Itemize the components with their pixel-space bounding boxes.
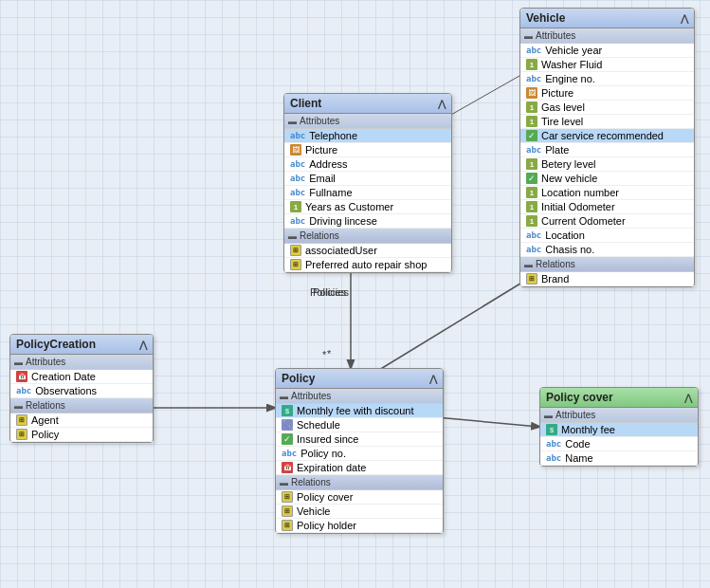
icon-num: 1 bbox=[526, 187, 537, 198]
icon-num: 1 bbox=[526, 201, 537, 212]
policy-attrs-header: ▬ Attributes bbox=[276, 389, 443, 404]
client-attr-0: abcTelephone bbox=[284, 129, 451, 143]
icon-check: ✓ bbox=[526, 173, 537, 184]
client-attrs-icon: ▬ bbox=[288, 117, 297, 126]
client-attrs-header: ▬ Attributes bbox=[284, 114, 451, 129]
policy-attr-3: abcPolicy no. bbox=[276, 447, 443, 461]
vehicle-attr-4: 1Gas level bbox=[520, 101, 694, 115]
icon-rel: ⊞ bbox=[290, 259, 301, 270]
policy-cover-attrs-label: Attributes bbox=[555, 410, 595, 420]
icon-abc: abc bbox=[290, 131, 305, 140]
vehicle-attr-1: 1Washer Fluid bbox=[520, 58, 694, 72]
vehicle-attr-11: 1Initial Odometer bbox=[520, 200, 694, 214]
policy-rel-1: ⊞Vehicle bbox=[276, 505, 443, 519]
vehicle-collapse[interactable]: ⋀ bbox=[681, 13, 688, 24]
policy-rels-header: ▬ Relations bbox=[276, 475, 443, 490]
icon-abc: abc bbox=[546, 439, 561, 449]
policy-creation-header: PolicyCreation ⋀ bbox=[10, 335, 153, 355]
icon-check: ✓ bbox=[526, 130, 537, 141]
policy-attr-2: ✓Insured since bbox=[276, 432, 443, 447]
policy-entity: Policy ⋀ ▬ Attributes $Monthly fee with … bbox=[275, 368, 444, 534]
policy-cover-attr-2: abcName bbox=[540, 451, 698, 466]
policy-rels-icon: ▬ bbox=[280, 478, 288, 487]
vehicle-rel-0: ⊞Brand bbox=[520, 272, 694, 286]
policy-creation-attrs-header: ▬ Attributes bbox=[10, 355, 153, 370]
policy-rel-2: ⊞Policy holder bbox=[276, 519, 443, 533]
policy-creation-rels-header: ▬ Relations bbox=[10, 398, 153, 413]
icon-abc: abc bbox=[526, 145, 541, 155]
policy-cover-attr-0: $Monthly fee bbox=[540, 423, 698, 437]
policy-creation-attrs-label: Attributes bbox=[26, 357, 65, 367]
vehicle-attr-14: abcChasis no. bbox=[520, 243, 694, 257]
icon-rel: ⊞ bbox=[526, 273, 537, 285]
icon-abc: abc bbox=[546, 453, 561, 463]
client-rel-1: ⊞Preferred auto repair shop bbox=[284, 258, 451, 272]
icon-rel: ⊞ bbox=[290, 245, 301, 256]
client-rels-label: Relations bbox=[300, 230, 339, 241]
star-label: * bbox=[322, 349, 326, 360]
icon-abc: abc bbox=[526, 74, 541, 83]
policy-collapse[interactable]: ⋀ bbox=[429, 374, 437, 384]
policy-creation-entity: PolicyCreation ⋀ ▬ Attributes 📅Creation … bbox=[9, 334, 154, 443]
policy-rel-0: ⊞Policy cover bbox=[276, 490, 443, 505]
client-rel-0: ⊞associatedUser bbox=[284, 244, 451, 258]
icon-num: 1 bbox=[526, 101, 537, 113]
star-connection-label: * bbox=[327, 348, 331, 359]
icon-rel: ⊞ bbox=[282, 491, 293, 503]
policy-creation-title: PolicyCreation bbox=[16, 338, 96, 351]
vehicle-rels-icon: ▬ bbox=[524, 260, 533, 269]
client-attr-4: abcFullname bbox=[284, 186, 451, 200]
vehicle-attrs-header: ▬ Attributes bbox=[520, 28, 694, 44]
icon-abc: abc bbox=[290, 216, 305, 226]
client-header: Client ⋀ bbox=[284, 94, 451, 114]
icon-rel: ⊞ bbox=[282, 520, 293, 531]
client-attr-3: abcEmail bbox=[284, 172, 451, 186]
vehicle-attr-0: abcVehicle year bbox=[520, 44, 694, 58]
vehicle-rels-header: ▬ Relations bbox=[520, 257, 694, 272]
client-rels-icon: ▬ bbox=[288, 231, 297, 241]
icon-date: 📅 bbox=[282, 462, 293, 473]
policy-creation-attr-1: abcObservations bbox=[10, 384, 153, 398]
client-collapse[interactable]: ⋀ bbox=[438, 99, 446, 109]
policy-creation-rel-0: ⊞Agent bbox=[10, 413, 153, 428]
vehicle-attr-5: 1Tire level bbox=[520, 115, 694, 129]
icon-img: 🖼 bbox=[526, 87, 537, 99]
vehicle-attr-2: abcEngine no. bbox=[520, 72, 694, 86]
icon-rel: ⊞ bbox=[16, 429, 27, 440]
icon-num: 1 bbox=[526, 215, 537, 227]
icon-num: 1 bbox=[526, 158, 537, 170]
client-attr-1: 🖼Picture bbox=[284, 143, 451, 157]
vehicle-title: Vehicle bbox=[526, 11, 565, 25]
vehicle-attr-7: abcPlate bbox=[520, 143, 694, 157]
icon-abc: abc bbox=[282, 449, 297, 458]
svg-line-2 bbox=[436, 417, 539, 427]
client-attr-5: 1Years as Customer bbox=[284, 200, 451, 214]
client-rels-header: ▬ Relations bbox=[284, 229, 451, 244]
policy-cover-attr-1: abcCode bbox=[540, 437, 698, 451]
vehicle-attr-10: 1Location number bbox=[520, 186, 694, 200]
vehicle-attr-6: ✓Car service recommended bbox=[520, 129, 694, 143]
policy-cover-entity: Policy cover ⋀ ▬ Attributes $Monthly fee… bbox=[539, 387, 699, 467]
vehicle-attrs-label: Attributes bbox=[536, 30, 575, 41]
policy-attrs-label: Attributes bbox=[291, 391, 331, 401]
icon-money: $ bbox=[546, 424, 557, 435]
icon-rel: ⊞ bbox=[16, 414, 27, 426]
client-entity: Client ⋀ ▬ Attributes abcTelephone 🖼Pict… bbox=[283, 93, 452, 273]
policy-attr-1: 📎Schedule bbox=[276, 418, 443, 432]
client-attrs-label: Attributes bbox=[300, 116, 339, 126]
icon-abc: abc bbox=[526, 245, 541, 254]
policy-creation-rels-label: Relations bbox=[26, 400, 65, 411]
client-attr-6: abcDriving lincese bbox=[284, 214, 451, 229]
policy-creation-collapse[interactable]: ⋀ bbox=[139, 340, 147, 350]
icon-abc: abc bbox=[16, 386, 31, 395]
client-title: Client bbox=[290, 97, 321, 110]
icon-num: 1 bbox=[526, 59, 537, 70]
icon-abc: abc bbox=[290, 159, 305, 169]
policy-cover-attrs-header: ▬ Attributes bbox=[540, 408, 698, 423]
policy-cover-title: Policy cover bbox=[546, 391, 613, 404]
policy-cover-collapse[interactable]: ⋀ bbox=[684, 393, 692, 403]
policy-creation-rels-icon: ▬ bbox=[14, 401, 23, 411]
policy-header: Policy ⋀ bbox=[276, 369, 443, 389]
icon-money: $ bbox=[282, 405, 293, 416]
vehicle-attr-9: ✓New vehicle bbox=[520, 172, 694, 186]
